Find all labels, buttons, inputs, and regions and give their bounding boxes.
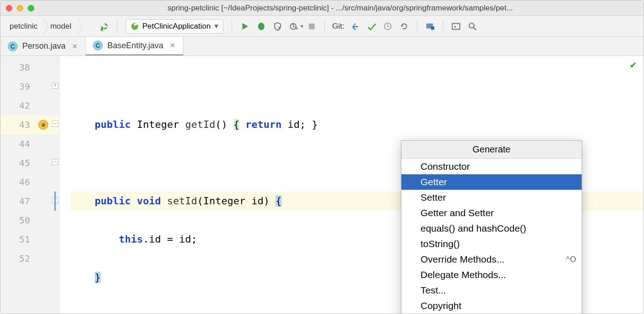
line-number[interactable]: 46 bbox=[0, 172, 59, 192]
class-icon: C bbox=[8, 41, 18, 51]
override-annotation-icon[interactable]: a bbox=[38, 120, 48, 130]
run-configuration-dropdown[interactable]: PetClinicApplication ▾ bbox=[126, 19, 223, 34]
toolbar: petclinic model PetClinicApplication ▾ ▾… bbox=[0, 16, 644, 37]
popup-item-delegate[interactable]: Delegate Methods... bbox=[401, 267, 582, 283]
maximize-window-button[interactable] bbox=[28, 5, 34, 11]
editor[interactable]: ✔ 38 39+ 42 43a– 44 45– 46 47+ 50 51 52 … bbox=[0, 56, 644, 314]
svg-rect-5 bbox=[309, 23, 315, 29]
popup-title: Generate bbox=[401, 141, 582, 159]
git-revert-button[interactable] bbox=[398, 20, 411, 33]
svg-point-10 bbox=[469, 23, 474, 28]
editor-tabs: C Person.java ✕ C BaseEntity.java ✕ bbox=[0, 37, 644, 56]
line-number[interactable]: 43a– bbox=[0, 115, 59, 134]
line-number[interactable]: 47+ bbox=[0, 192, 59, 211]
dropdown-arrow-icon[interactable]: ▾ bbox=[300, 23, 304, 30]
editor-tab[interactable]: C Person.java ✕ bbox=[0, 37, 86, 56]
line-number[interactable]: 39+ bbox=[0, 77, 59, 96]
git-commit-button[interactable] bbox=[365, 20, 378, 33]
breadcrumb-item[interactable]: petclinic bbox=[3, 17, 44, 36]
svg-rect-8 bbox=[431, 26, 434, 30]
spring-icon bbox=[131, 22, 139, 30]
minimize-window-button[interactable] bbox=[17, 5, 23, 11]
build-icon[interactable] bbox=[98, 20, 111, 33]
git-update-button[interactable] bbox=[349, 20, 361, 33]
close-tab-icon[interactable]: ✕ bbox=[72, 42, 78, 51]
git-label: Git: bbox=[332, 22, 344, 31]
editor-tab[interactable]: C BaseEntity.java ✕ bbox=[86, 37, 183, 56]
breadcrumb: petclinic model bbox=[3, 16, 78, 36]
close-window-button[interactable] bbox=[6, 5, 12, 11]
line-number[interactable]: 51 bbox=[0, 230, 59, 249]
run-anything-button[interactable] bbox=[450, 20, 462, 33]
popup-item-constructor[interactable]: Constructor bbox=[401, 159, 582, 174]
search-everywhere-button[interactable] bbox=[466, 20, 479, 33]
popup-item-setter[interactable]: Setter bbox=[401, 190, 582, 205]
popup-item-test[interactable]: Test... bbox=[401, 283, 582, 298]
window-controls bbox=[6, 5, 34, 11]
popup-item-override[interactable]: Override Methods...^O bbox=[401, 252, 582, 267]
coverage-button[interactable] bbox=[271, 20, 284, 33]
popup-item-copyright[interactable]: Copyright bbox=[401, 298, 582, 314]
run-button[interactable] bbox=[238, 20, 251, 33]
stop-button[interactable] bbox=[305, 20, 318, 33]
shortcut-label: ^O bbox=[566, 255, 576, 264]
fold-icon[interactable]: – bbox=[52, 121, 58, 127]
class-icon: C bbox=[93, 41, 103, 51]
project-structure-button[interactable] bbox=[424, 20, 436, 33]
popup-item-getter[interactable]: Getter bbox=[401, 174, 582, 190]
popup-item-getter-setter[interactable]: Getter and Setter bbox=[401, 205, 582, 221]
titlebar: spring-petclinic [~/IdeaProjects/spring-… bbox=[0, 0, 644, 16]
breadcrumb-item[interactable]: model bbox=[44, 17, 77, 36]
line-number[interactable]: 52 bbox=[0, 249, 59, 268]
svg-line-11 bbox=[474, 27, 477, 30]
tab-label: BaseEntity.java bbox=[107, 41, 163, 51]
run-config-label: PetClinicApplication bbox=[142, 22, 211, 31]
svg-rect-9 bbox=[452, 23, 460, 29]
popup-item-equals-hashcode[interactable]: equals() and hashCode() bbox=[401, 221, 582, 236]
line-number[interactable]: 38 bbox=[0, 58, 59, 77]
generate-popup: Generate Constructor Getter Setter Gette… bbox=[401, 140, 582, 314]
window-title: spring-petclinic [~/IdeaProjects/spring-… bbox=[42, 4, 638, 13]
fold-icon[interactable]: + bbox=[52, 82, 58, 89]
debug-button[interactable] bbox=[255, 20, 268, 33]
line-number[interactable]: 42 bbox=[0, 96, 59, 115]
gutter: 38 39+ 42 43a– 44 45– 46 47+ 50 51 52 bbox=[0, 56, 60, 314]
popup-item-tostring[interactable]: toString() bbox=[401, 236, 582, 252]
line-number[interactable]: 50 bbox=[0, 211, 59, 230]
profile-button[interactable] bbox=[288, 20, 300, 33]
dropdown-arrow-icon: ▾ bbox=[214, 21, 218, 31]
git-history-button[interactable] bbox=[381, 20, 394, 33]
line-number[interactable]: 44 bbox=[0, 134, 59, 153]
close-tab-icon[interactable]: ✕ bbox=[170, 41, 176, 50]
line-number[interactable]: 45– bbox=[0, 153, 59, 172]
fold-icon[interactable]: – bbox=[52, 159, 58, 165]
tab-label: Person.java bbox=[22, 41, 66, 51]
